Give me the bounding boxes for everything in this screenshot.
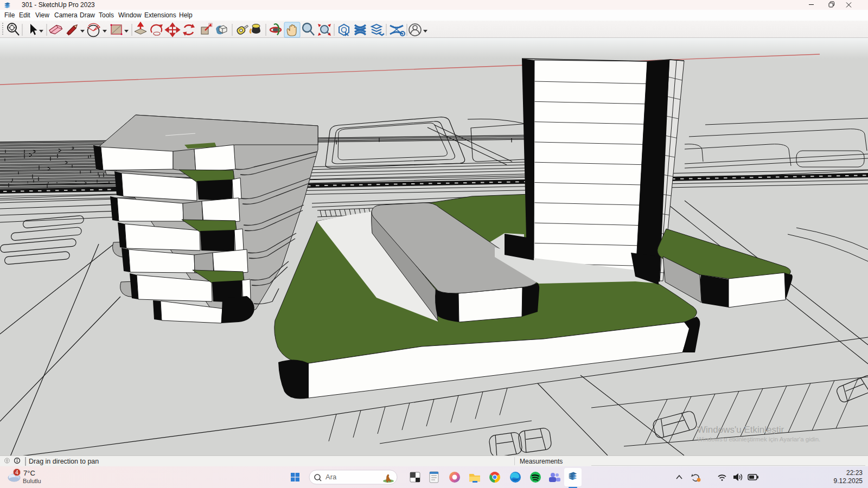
svg-text:4: 4 (15, 470, 18, 476)
svg-text:Ara: Ara (326, 473, 337, 481)
svg-text:9.12.2025: 9.12.2025 (834, 477, 863, 485)
svg-text:Bulutlu: Bulutlu (23, 478, 41, 484)
svg-text:22:23: 22:23 (846, 469, 863, 477)
svg-text:7°C: 7°C (23, 469, 35, 477)
